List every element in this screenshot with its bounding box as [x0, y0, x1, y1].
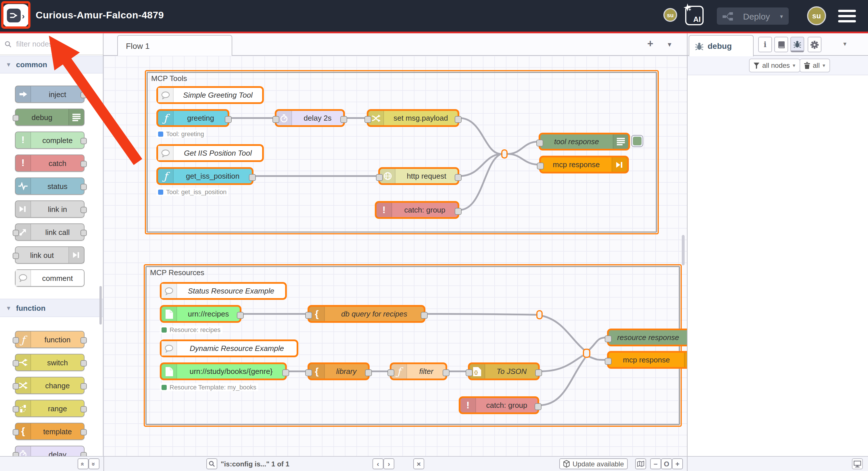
input-port[interactable] — [605, 358, 612, 365]
node-resource-response[interactable]: resource response — [607, 329, 687, 346]
node-urn-recipes[interactable]: urn://recipes — [160, 305, 242, 323]
ai-assistant-button[interactable]: AI — [685, 6, 704, 25]
palette-collapse-all-button[interactable]: « — [78, 458, 89, 469]
output-port[interactable] — [282, 369, 289, 376]
output-port[interactable] — [249, 174, 256, 181]
zoom-out-button[interactable]: − — [650, 458, 661, 469]
node-comment-simple-greeting[interactable]: Simple Greeting Tool — [156, 86, 264, 104]
wire-junction[interactable] — [583, 349, 590, 358]
output-port[interactable] — [535, 403, 541, 410]
node-comment-status-resource[interactable]: Status Resource Example — [160, 282, 287, 300]
palette-node-delay[interactable]: delay — [15, 446, 85, 456]
input-port[interactable] — [305, 312, 312, 319]
user-badge-small[interactable]: su — [663, 8, 677, 22]
debug-tool-button[interactable] — [790, 37, 804, 52]
zoom-reset-button[interactable]: O — [661, 458, 672, 469]
output-port[interactable] — [237, 312, 244, 319]
palette-node-debug[interactable]: debug — [15, 108, 85, 126]
input-port[interactable] — [273, 116, 279, 123]
palette-node-function[interactable]: ƒ function — [15, 331, 85, 348]
tab-flow-1[interactable]: Flow 1 — [117, 35, 232, 56]
output-port[interactable] — [455, 174, 462, 181]
palette-node-complete[interactable]: ! complete — [15, 132, 85, 149]
input-port[interactable] — [365, 116, 371, 123]
node-filter[interactable]: ƒ filter — [390, 363, 447, 380]
help-tool-button[interactable] — [774, 37, 788, 52]
canvas-scrollbar[interactable] — [682, 235, 685, 265]
palette-node-change[interactable]: change — [15, 377, 85, 394]
palette-filter-input[interactable] — [15, 39, 92, 49]
palette-scrollbar[interactable] — [99, 286, 102, 325]
palette-node-link-out[interactable]: link out — [15, 246, 85, 264]
sidebar-caret[interactable]: ▾ — [843, 40, 846, 48]
user-avatar[interactable]: su — [807, 6, 826, 25]
node-tool-response[interactable]: tool response — [538, 133, 630, 150]
tab-debug[interactable]: debug — [689, 35, 754, 56]
add-flow-button[interactable]: + — [647, 38, 653, 50]
node-set-msg-payload[interactable]: set msg.payload — [367, 109, 459, 127]
node-comment-dynamic-resource[interactable]: Dynamic Resource Example — [160, 339, 298, 357]
node-delay-2s[interactable]: delay 2s — [275, 109, 345, 127]
output-port[interactable] — [225, 116, 232, 123]
deploy-caret-icon[interactable]: ▾ — [780, 13, 783, 19]
palette-node-template[interactable]: { template — [15, 423, 85, 440]
minimap-button[interactable] — [635, 458, 646, 469]
palette-expand-all-button[interactable]: » — [89, 458, 99, 469]
palette-node-range[interactable]: range — [15, 400, 85, 417]
search-close-button[interactable]: × — [413, 458, 424, 469]
flow-list-caret[interactable]: ▾ — [668, 41, 671, 48]
palette-node-status[interactable]: status — [15, 177, 85, 195]
input-port[interactable] — [388, 369, 394, 376]
node-library[interactable]: { library — [308, 363, 370, 380]
node-urn-study-books[interactable]: urn://study/books/{genre} — [160, 363, 287, 380]
node-get-iss-position[interactable]: ƒ get_iss_position — [156, 167, 253, 185]
node-to-json[interactable]: {} To JSON — [468, 363, 540, 380]
palette-category-function[interactable]: ▼ function — [0, 299, 103, 317]
deploy-button[interactable]: Deploy ▾ — [717, 7, 789, 25]
node-mcp-response-2[interactable]: mcp response — [607, 351, 687, 369]
palette-node-catch[interactable]: ! catch — [15, 155, 85, 172]
palette-node-switch[interactable]: switch — [15, 354, 85, 371]
node-catch-group-2[interactable]: ! catch: group — [459, 396, 539, 414]
palette-node-inject[interactable]: inject — [15, 86, 85, 103]
config-tool-button[interactable] — [808, 37, 822, 52]
search-prev-button[interactable]: ‹ — [372, 458, 383, 469]
flow-canvas[interactable]: MCP Tools MCP Resources — [103, 56, 687, 456]
palette-category-common[interactable]: ▼ common — [0, 56, 103, 73]
main-menu-button[interactable] — [838, 10, 856, 23]
update-available-button[interactable]: Update available — [559, 458, 628, 469]
output-port[interactable] — [455, 116, 462, 123]
palette-node-comment[interactable]: comment — [15, 269, 85, 287]
node-db-query-recipes[interactable]: { db query for recipes — [308, 305, 425, 323]
wire-junction[interactable] — [501, 149, 507, 159]
zoom-in-button[interactable]: + — [672, 458, 683, 469]
output-port[interactable] — [340, 116, 347, 123]
node-comment-get-iis[interactable]: Get IIS Position Tool — [156, 144, 264, 162]
input-port[interactable] — [605, 335, 612, 342]
node-catch-group-1[interactable]: ! catch: group — [375, 201, 459, 219]
console-toggle-button[interactable] — [852, 458, 863, 469]
output-port[interactable] — [421, 312, 428, 319]
input-port[interactable] — [376, 174, 383, 181]
input-port[interactable] — [466, 369, 472, 376]
search-button[interactable] — [206, 458, 217, 469]
output-port[interactable] — [455, 208, 462, 215]
search-next-button[interactable]: › — [383, 458, 394, 469]
input-port[interactable] — [536, 140, 543, 146]
info-tool-button[interactable]: i — [758, 37, 772, 52]
input-port[interactable] — [305, 369, 312, 376]
debug-enable-toggle[interactable] — [631, 135, 643, 147]
output-port[interactable] — [443, 369, 450, 376]
wire-junction[interactable] — [536, 310, 542, 319]
palette-node-link-call[interactable]: link call — [15, 224, 85, 241]
node-mcp-response-1[interactable]: mcp response — [539, 156, 629, 173]
palette-node-link-in[interactable]: link in — [15, 200, 85, 218]
node-greeting[interactable]: ƒ greeting — [156, 109, 229, 127]
output-port[interactable] — [365, 369, 372, 376]
output-port[interactable] — [535, 369, 542, 376]
input-port[interactable] — [537, 163, 544, 169]
palette-search[interactable] — [0, 33, 103, 55]
debug-filter-button[interactable]: all nodes ▾ — [749, 59, 800, 72]
debug-clear-button[interactable]: all ▾ — [800, 59, 830, 72]
node-http-request[interactable]: http request — [378, 167, 459, 185]
